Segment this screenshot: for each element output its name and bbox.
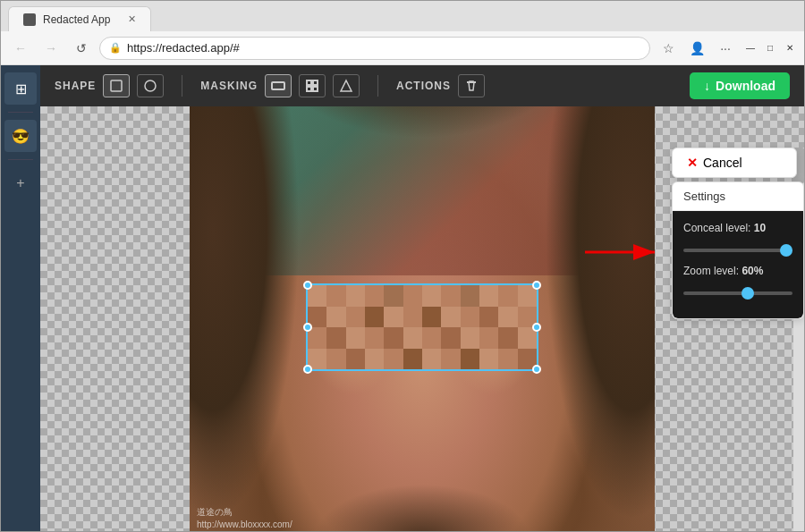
tab-close-button[interactable]: ✕ — [128, 13, 136, 25]
masking-shape-button[interactable] — [333, 74, 360, 97]
svg-rect-0 — [111, 80, 122, 91]
masking-blur-button[interactable] — [265, 74, 292, 97]
svg-rect-2 — [272, 82, 284, 89]
settings-header[interactable]: Settings — [673, 182, 803, 211]
tab-bar: Redacted App ✕ — [1, 1, 804, 31]
settings-body: Conceal level: 10 Zoom level: 60% — [673, 211, 803, 318]
svg-point-1 — [145, 80, 156, 91]
zoom-label: Zoom level: 60% — [683, 265, 792, 277]
watermark-line1: 道途の鳥 — [197, 506, 292, 519]
dropdown-overlay: ✕ Cancel Settings Conceal level: 10 — [672, 148, 804, 319]
actions-label: ACTIONS — [396, 80, 451, 92]
browser-content: ⊞ 😎 + SHAPE MASK — [1, 65, 804, 531]
sidebar-divider-2 — [8, 159, 33, 160]
conceal-slider[interactable] — [683, 249, 792, 252]
address-bar[interactable]: 🔒 https://redacted.app/# — [99, 37, 650, 60]
conceal-row: Conceal level: 10 — [683, 222, 792, 256]
cancel-button[interactable]: ✕ Cancel — [672, 148, 797, 178]
sidebar-item-add[interactable]: + — [4, 167, 37, 199]
photo-background: 道途の鳥 http://www.bloxxxx.com/ — [190, 106, 655, 531]
sidebar-item-layers[interactable]: ⊞ — [4, 72, 37, 105]
rect-shape-button[interactable] — [103, 74, 130, 97]
sidebar-item-face[interactable]: 😎 — [4, 120, 37, 152]
delete-action-button[interactable] — [458, 74, 485, 97]
svg-rect-3 — [307, 80, 311, 85]
svg-rect-4 — [313, 80, 318, 85]
maximize-button[interactable]: □ — [763, 41, 777, 55]
download-button[interactable]: ↓ Download — [690, 72, 790, 99]
divider-1 — [182, 75, 182, 97]
selection-box[interactable] — [306, 283, 538, 371]
sidebar-divider — [8, 112, 33, 113]
conceal-label: Conceal level: 10 — [683, 222, 792, 234]
download-label: Download — [716, 79, 775, 93]
forward-button[interactable]: → — [38, 36, 64, 61]
watermark: 道途の鳥 http://www.bloxxxx.com/ — [197, 506, 292, 531]
svg-marker-7 — [341, 80, 352, 91]
star-button[interactable]: ☆ — [656, 36, 681, 61]
tab-title: Redacted App — [43, 13, 110, 26]
profile-button[interactable]: 👤 — [684, 36, 709, 61]
pixelated-region — [308, 285, 537, 369]
red-arrow — [585, 239, 665, 269]
download-icon: ↓ — [704, 79, 710, 93]
zoom-slider[interactable] — [683, 291, 792, 295]
refresh-button[interactable]: ↺ — [69, 36, 94, 61]
cancel-label: Cancel — [703, 156, 742, 170]
shape-label: SHAPE — [55, 80, 96, 92]
settings-panel: Settings Conceal level: 10 — [672, 182, 804, 319]
svg-rect-5 — [307, 87, 311, 91]
cancel-icon: ✕ — [687, 156, 698, 170]
browser-tab[interactable]: Redacted App ✕ — [8, 6, 151, 31]
masking-pixel-button[interactable] — [299, 74, 326, 97]
conceal-value: 10 — [754, 222, 766, 234]
close-button[interactable]: ✕ — [783, 41, 797, 55]
tab-favicon — [23, 13, 36, 26]
browser-navbar: ← → ↺ 🔒 https://redacted.app/# ☆ 👤 ··· —… — [1, 31, 804, 65]
browser-frame: Redacted App ✕ ← → ↺ 🔒 https://redacted.… — [0, 0, 805, 532]
nav-icons: ☆ 👤 ··· — [656, 36, 738, 61]
zoom-value: 60% — [741, 265, 763, 277]
shape-group: SHAPE — [55, 74, 164, 97]
masking-group: MASKING — [200, 74, 360, 97]
app-sidebar: ⊞ 😎 + — [1, 65, 40, 531]
circle-shape-button[interactable] — [137, 74, 164, 97]
lock-icon: 🔒 — [109, 42, 122, 54]
masking-label: MASKING — [200, 80, 258, 92]
actions-group: ACTIONS — [396, 74, 485, 97]
svg-rect-6 — [313, 87, 318, 91]
divider-2 — [377, 75, 378, 97]
zoom-row: Zoom level: 60% — [683, 265, 792, 299]
minimize-button[interactable]: — — [743, 41, 758, 55]
watermark-line2: http://www.bloxxxx.com/ — [197, 519, 292, 531]
editor-area: SHAPE MASKING — [40, 65, 804, 531]
url-text: https://redacted.app/# — [127, 41, 240, 55]
back-button[interactable]: ← — [8, 36, 33, 61]
more-button[interactable]: ··· — [713, 36, 738, 61]
canvas-area: 道途の鳥 http://www.bloxxxx.com/ — [40, 106, 804, 531]
toolbar: SHAPE MASKING — [40, 65, 804, 106]
